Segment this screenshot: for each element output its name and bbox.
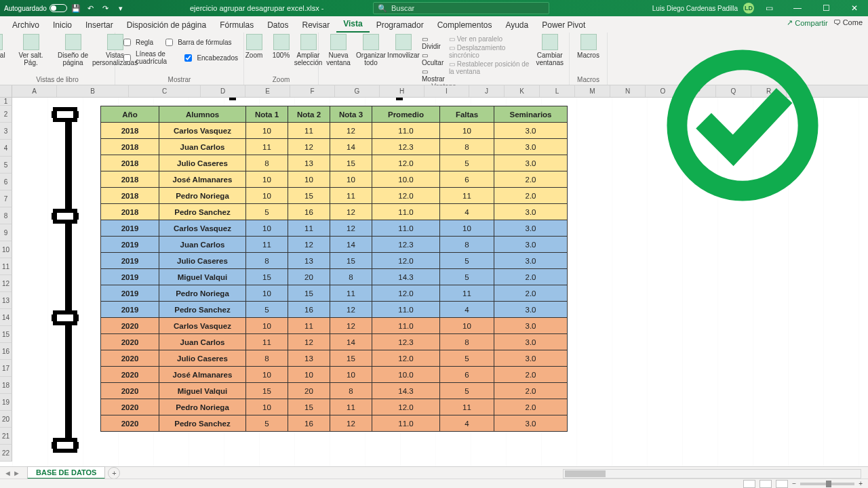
col-header-L[interactable]: L — [540, 85, 575, 97]
table-cell[interactable]: 12 — [330, 220, 372, 237]
table-cell[interactable]: 10 — [440, 220, 494, 237]
table-header[interactable]: Faltas — [440, 106, 494, 123]
table-cell[interactable]: 15 — [246, 383, 288, 399]
table-cell[interactable]: 2020 — [101, 383, 159, 399]
table-cell[interactable]: 3.0 — [494, 415, 568, 432]
table-cell[interactable]: 12 — [288, 139, 330, 155]
row-header-5[interactable]: 5 — [0, 157, 12, 174]
table-cell[interactable]: 5 — [246, 415, 288, 432]
col-header-E[interactable]: E — [245, 85, 290, 97]
table-cell[interactable]: 5 — [440, 350, 494, 367]
table-cell[interactable]: 12 — [330, 204, 372, 220]
ribbon-opt-dividir[interactable]: ▭ Dividir — [422, 35, 445, 50]
table-cell[interactable]: 6 — [440, 367, 494, 383]
row-header-11[interactable]: 11 — [0, 258, 12, 275]
col-header-C[interactable]: C — [129, 85, 201, 97]
menu-tab-inicio[interactable]: Inicio — [46, 18, 79, 33]
row-header-6[interactable]: 6 — [0, 174, 12, 190]
table-cell[interactable]: 20 — [288, 269, 330, 285]
col-header-K[interactable]: K — [505, 85, 540, 97]
table-cell[interactable]: 2019 — [101, 237, 159, 253]
ribbon-display-icon[interactable]: ▭ — [755, 0, 783, 16]
table-cell[interactable]: 5 — [440, 155, 494, 171]
table-cell[interactable]: 15 — [330, 155, 372, 171]
row-header-14[interactable]: 14 — [0, 309, 12, 326]
table-cell[interactable]: 15 — [330, 350, 372, 367]
row-header-18[interactable]: 18 — [0, 377, 12, 394]
col-header-H[interactable]: H — [380, 85, 425, 97]
table-cell[interactable]: 3.0 — [494, 350, 568, 367]
table-cell[interactable]: 10.0 — [372, 367, 440, 383]
table-cell[interactable]: Julio Caseres — [159, 155, 246, 171]
table-cell[interactable]: 10 — [246, 285, 288, 302]
table-cell[interactable]: 4 — [440, 302, 494, 318]
row-group-node-3[interactable] — [53, 310, 77, 325]
table-cell[interactable]: 11 — [246, 139, 288, 155]
table-cell[interactable]: 12 — [330, 123, 372, 139]
table-cell[interactable]: 3.0 — [494, 253, 568, 269]
table-cell[interactable]: 12.0 — [372, 285, 440, 302]
table-cell[interactable]: 8 — [246, 155, 288, 171]
table-row[interactable]: 2019Juan Carlos11121412.383.0 — [101, 237, 568, 253]
table-cell[interactable]: Pedro Sanchez — [159, 415, 246, 432]
table-cell[interactable]: 8 — [440, 139, 494, 155]
col-header-I[interactable]: I — [425, 85, 469, 97]
table-cell[interactable]: 10 — [440, 318, 494, 334]
table-cell[interactable]: 2020 — [101, 415, 159, 432]
table-cell[interactable]: 10 — [246, 171, 288, 188]
table-cell[interactable]: Miguel Valqui — [159, 269, 246, 285]
menu-tab-archivo[interactable]: Archivo — [5, 18, 46, 33]
table-cell[interactable]: 5 — [440, 253, 494, 269]
row-header-20[interactable]: 20 — [0, 411, 12, 428]
row-header-7[interactable]: 7 — [0, 190, 12, 207]
table-cell[interactable]: 2019 — [101, 220, 159, 237]
menu-tab-complementos[interactable]: Complementos — [431, 18, 499, 33]
menu-tab-revisar[interactable]: Revisar — [296, 18, 337, 33]
close-icon[interactable]: ✕ — [841, 0, 868, 16]
col-header-N[interactable]: N — [610, 85, 646, 97]
table-cell[interactable]: Julio Caseres — [159, 253, 246, 269]
table-header[interactable]: Nota 3 — [330, 106, 372, 123]
row-group-node-2[interactable] — [53, 209, 77, 224]
table-row[interactable]: 2020Pedro Noriega10151112.0112.0 — [101, 399, 568, 415]
menu-tab-fórmulas[interactable]: Fórmulas — [213, 18, 260, 33]
row-header-2[interactable]: 2 — [0, 106, 12, 123]
table-cell[interactable]: 8 — [246, 350, 288, 367]
col-header-G[interactable]: G — [335, 85, 380, 97]
table-cell[interactable]: Miguel Valqui — [159, 383, 246, 399]
table-cell[interactable]: 2020 — [101, 334, 159, 350]
table-row[interactable]: 2020Miguel Valqui1520814.352.0 — [101, 383, 568, 399]
table-cell[interactable]: 11 — [246, 334, 288, 350]
table-cell[interactable]: 11 — [288, 123, 330, 139]
table-cell[interactable]: 12 — [288, 237, 330, 253]
table-cell[interactable]: 2020 — [101, 350, 159, 367]
table-row[interactable]: 2019Miguel Valqui1520814.352.0 — [101, 269, 568, 285]
table-cell[interactable]: 14 — [330, 237, 372, 253]
row-header-9[interactable]: 9 — [0, 224, 12, 241]
table-cell[interactable]: 8 — [440, 237, 494, 253]
table-header[interactable]: Nota 1 — [246, 106, 288, 123]
table-cell[interactable]: 10 — [246, 188, 288, 204]
table-row[interactable]: 2020Juan Carlos11121412.383.0 — [101, 334, 568, 350]
table-cell[interactable]: 10 — [440, 123, 494, 139]
row-header-1[interactable]: 1 — [0, 98, 12, 106]
table-cell[interactable]: 3.0 — [494, 220, 568, 237]
table-cell[interactable]: 14.3 — [372, 269, 440, 285]
zoom-slider[interactable] — [800, 483, 854, 485]
row-header-16[interactable]: 16 — [0, 343, 12, 360]
switch-windows-button[interactable]: Cambiar ventanas — [536, 34, 564, 66]
table-cell[interactable]: 10 — [246, 318, 288, 334]
maximize-icon[interactable]: ☐ — [812, 0, 840, 16]
select-all-corner[interactable] — [0, 85, 12, 98]
table-cell[interactable]: 16 — [288, 302, 330, 318]
table-cell[interactable]: 3.0 — [494, 123, 568, 139]
zoom-in-icon[interactable]: + — [859, 480, 863, 487]
menu-tab-disposición-de-página[interactable]: Disposición de página — [120, 18, 213, 33]
table-row[interactable]: 2020Carlos Vasquez10111211.0103.0 — [101, 318, 568, 334]
table-cell[interactable]: 12 — [330, 318, 372, 334]
table-cell[interactable]: 10 — [246, 367, 288, 383]
table-cell[interactable]: 12 — [288, 334, 330, 350]
table-header[interactable]: Nota 2 — [288, 106, 330, 123]
tab-nav-prev-icon[interactable]: ◄ — [4, 469, 12, 477]
table-cell[interactable]: 12.0 — [372, 188, 440, 204]
